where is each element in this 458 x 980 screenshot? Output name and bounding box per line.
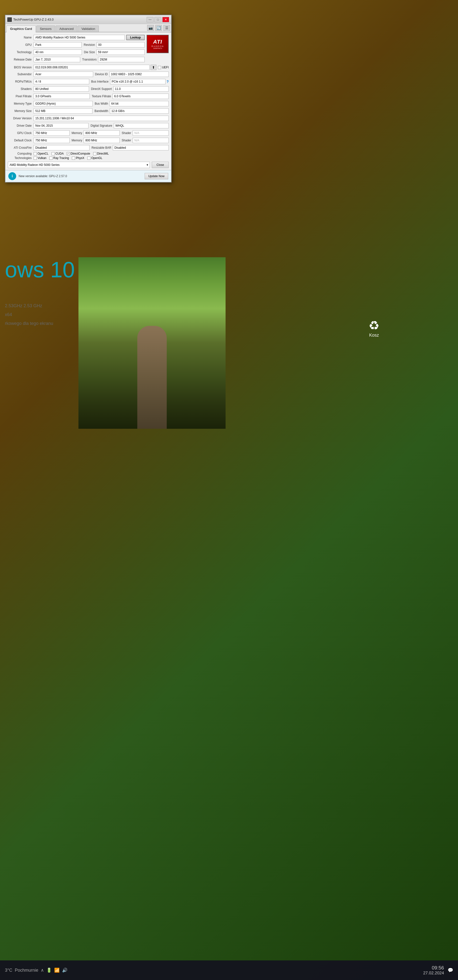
texture-fillrate-label: Texture Fillrate xyxy=(92,95,113,98)
driver-date-value: Nov 04, 2015 xyxy=(34,123,88,128)
taskbar-system-tray-chevron[interactable]: ∧ xyxy=(41,967,44,973)
release-date-label: Release Date xyxy=(8,58,34,61)
cuda-checkbox-group: CUDA xyxy=(51,152,64,155)
directx-value: 11.0 xyxy=(113,86,169,92)
ati-logo-graphics: GRAPHICS xyxy=(153,48,162,49)
subvendor-value: Acer xyxy=(34,72,93,77)
directml-checkbox[interactable] xyxy=(93,152,96,155)
tab-advanced[interactable]: Advanced xyxy=(56,25,77,32)
shader-clock-label1: Shader xyxy=(121,131,132,135)
opengl-checkbox[interactable] xyxy=(87,157,91,160)
memory-size-value: 512 MB xyxy=(34,108,93,114)
gpu-clock-value: 750 MHz xyxy=(34,130,70,136)
directml-label: DirectML xyxy=(97,152,109,155)
shaders-value: 80 Unified xyxy=(34,86,89,92)
vulkan-checkbox[interactable] xyxy=(34,157,37,160)
tech-diesize-row: Technology 40 nm Die Size 59 mm² xyxy=(8,49,145,56)
driver-version-row: Driver Version 15.201.1151.1008 / Win10 … xyxy=(8,115,169,121)
opencl-checkbox[interactable] xyxy=(34,152,37,155)
subvendor-deviceid-row: Subvendor Acer Device ID 1002 68E0 - 102… xyxy=(8,71,169,78)
memsize-bandwidth-row: Memory Size 512 MB Bandwidth 12.8 GB/s xyxy=(8,108,169,114)
update-now-button[interactable]: Update Now xyxy=(145,173,168,179)
window-title: TechPowerUp GPU-Z 2.43.0 xyxy=(13,18,147,21)
memory-clock-value1: 800 MHz xyxy=(84,130,120,136)
refresh-icon-btn[interactable]: 🔄 xyxy=(155,25,162,31)
tab-graphics-card[interactable]: Graphics Card xyxy=(6,25,36,32)
gpu-clock-label: GPU Clock xyxy=(8,131,34,135)
shaders-directx-row: Shaders 80 Unified DirectX Support 11.0 xyxy=(8,86,169,92)
shader-clock-label2: Shader xyxy=(121,139,132,142)
bandwidth-value: 12.8 GB/s xyxy=(110,108,169,114)
driver-version-value: 15.201.1151.1008 / Win10 64 xyxy=(34,116,169,121)
computing-label: Computing xyxy=(8,152,34,155)
name-row: Name AMD Mobility Radeon HD 5000 Series … xyxy=(8,34,145,41)
directml-checkbox-group: DirectML xyxy=(93,152,109,155)
bus-width-value: 64 bit xyxy=(110,101,169,106)
minimize-button[interactable]: — xyxy=(147,17,153,22)
physx-checkbox[interactable] xyxy=(72,157,75,160)
opengl-checkbox-group: OpenGL xyxy=(87,156,102,160)
memtype-buswidth-row: Memory Type GDDR3 (Hynix) Bus Width 64 b… xyxy=(8,100,169,107)
close-button[interactable]: ✕ xyxy=(162,17,169,22)
release-date-value: Jan 7, 2010 xyxy=(34,57,80,62)
taskbar-time: 09:56 xyxy=(423,965,444,971)
die-size-label: Die Size xyxy=(84,51,96,54)
bios-export-icon[interactable]: ⬆ xyxy=(150,65,156,70)
taskbar-left: 3°C Pochmurnie ∧ 🔋 📶 🔊 xyxy=(5,967,67,973)
directx-label: DirectX Support xyxy=(91,87,113,91)
subvendor-label: Subvendor xyxy=(8,73,34,76)
vulkan-label: Vulkan xyxy=(38,156,46,160)
screenshot-icon-btn[interactable]: 📷 xyxy=(147,25,154,31)
opencl-checkbox-group: OpenCL xyxy=(34,152,49,155)
menu-icon-btn[interactable]: ☰ xyxy=(163,25,170,31)
taskbar: 3°C Pochmurnie ∧ 🔋 📶 🔊 09:56 27.02.2024 … xyxy=(0,960,458,980)
physx-checkbox-group: PhysX xyxy=(72,156,85,160)
taskbar-volume-icon: 🔊 xyxy=(62,967,67,973)
taskbar-date: 27.02.2024 xyxy=(423,971,444,975)
cuda-label: CUDA xyxy=(56,152,64,155)
transistors-label: Transistors xyxy=(82,58,98,61)
digital-sig-value: WHQL xyxy=(114,123,169,128)
gpu-label: GPU xyxy=(8,43,34,46)
default-clock-row: Default Clock 750 MHz Memory 800 MHz Sha… xyxy=(8,137,169,143)
recycle-bin-icon: ♻ xyxy=(369,318,380,333)
recycle-bin[interactable]: ♻ Kosz xyxy=(369,318,380,338)
opengl-label: OpenGL xyxy=(91,156,102,160)
gpu-select-value: AMD Mobility Radeon HD 5000 Series xyxy=(10,163,59,167)
name-value: AMD Mobility Radeon HD 5000 Series xyxy=(34,35,125,40)
tab-icon-group: 📷 🔄 ☰ xyxy=(147,25,170,32)
close-window-button[interactable]: Close xyxy=(152,162,169,168)
taskbar-notification-icon[interactable]: 💬 xyxy=(448,967,453,973)
crossfire-resizablebar-row: ATI CrossFire Disabled Resizable BAR Dis… xyxy=(8,145,169,151)
rops-bus-row: ROPs/TMUs 4 / 8 Bus Interface PCIe x16 2… xyxy=(8,78,169,85)
lookup-button[interactable]: Lookup xyxy=(126,35,145,40)
recycle-bin-label: Kosz xyxy=(369,333,379,337)
windows10-label: ows 10 xyxy=(5,257,75,283)
rops-value: 4 / 8 xyxy=(34,79,89,84)
ati-logo: ATI RADEON GRAPHICS xyxy=(147,35,169,53)
tab-sensors[interactable]: Sensors xyxy=(36,25,56,32)
pixel-fillrate-label: Pixel Fillrate xyxy=(8,95,34,98)
taskbar-battery-icon: 🔋 xyxy=(46,967,52,973)
gpu-select-dropdown[interactable]: AMD Mobility Radeon HD 5000 Series ▾ xyxy=(8,162,150,168)
ray-tracing-checkbox[interactable] xyxy=(49,157,53,160)
uefi-checkbox[interactable] xyxy=(158,66,161,69)
digital-sig-label: Digital Signature xyxy=(91,124,113,127)
revision-value: 00 xyxy=(97,42,145,48)
cuda-checkbox[interactable] xyxy=(51,152,55,155)
ray-tracing-label: Ray Tracing xyxy=(53,156,69,160)
directcompute-checkbox[interactable] xyxy=(67,152,70,155)
memory-type-value: GDDR3 (Hynix) xyxy=(34,101,93,106)
bottom-bar: AMD Mobility Radeon HD 5000 Series ▾ Clo… xyxy=(8,162,169,168)
memory-size-label: Memory Size xyxy=(8,109,34,113)
maximize-button[interactable]: □ xyxy=(155,17,161,22)
driver-date-label: Driver Date xyxy=(8,124,34,127)
driverdate-digsig-row: Driver Date Nov 04, 2015 Digital Signatu… xyxy=(8,123,169,129)
ati-logo-radeon: RADEON xyxy=(152,45,164,48)
texture-fillrate-value: 6.0 GTexel/s xyxy=(113,94,169,99)
tab-bar: Graphics Card Sensors Advanced Validatio… xyxy=(5,24,171,32)
bus-interface-help-icon[interactable]: ? xyxy=(166,80,169,84)
resizable-bar-value: Disabled xyxy=(113,145,169,150)
die-size-value: 59 mm² xyxy=(96,49,145,55)
tab-validation[interactable]: Validation xyxy=(78,25,99,32)
